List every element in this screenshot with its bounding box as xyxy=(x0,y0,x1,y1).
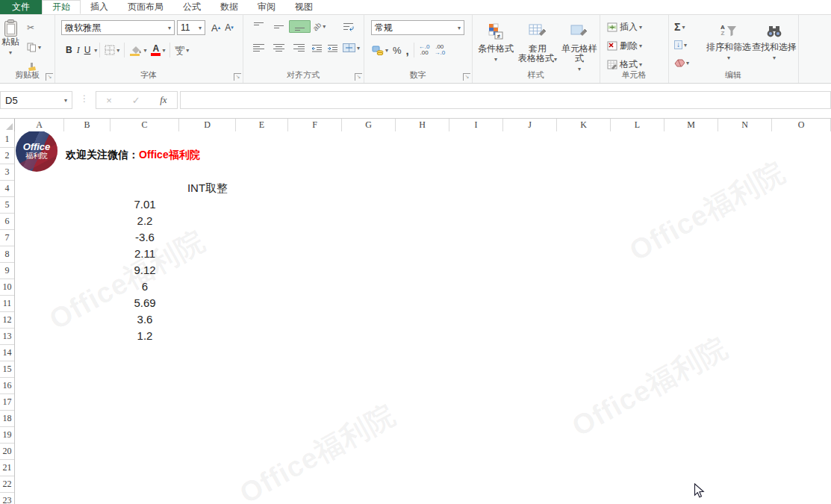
find-select-button[interactable]: 查找和选择 ▾ xyxy=(752,19,797,63)
insert-cells-button[interactable]: 插入 ▾ xyxy=(606,19,644,34)
currency-format-button[interactable]: ▾ xyxy=(370,44,390,56)
tab-审阅[interactable]: 审阅 xyxy=(248,0,285,14)
row-header-2[interactable]: 2 xyxy=(0,148,14,164)
row-header-18[interactable]: 18 xyxy=(0,411,14,427)
row-header-8[interactable]: 8 xyxy=(0,246,14,263)
increase-indent-button[interactable] xyxy=(325,43,340,53)
cell-C10[interactable]: 6 xyxy=(111,279,179,295)
column-header-I[interactable]: I xyxy=(449,119,503,131)
column-header-N[interactable]: N xyxy=(718,119,772,131)
column-header-O[interactable]: O xyxy=(772,119,831,131)
merge-center-button[interactable]: ▾ xyxy=(340,43,362,53)
row-header-14[interactable]: 14 xyxy=(0,345,14,361)
align-left-button[interactable] xyxy=(249,43,269,53)
column-header-F[interactable]: F xyxy=(288,119,342,131)
orientation-button[interactable]: ab ▾ xyxy=(311,22,328,31)
tab-插入[interactable]: 插入 xyxy=(81,0,118,14)
phonetic-button[interactable]: wén 文 ▾ xyxy=(172,44,191,56)
increase-decimal-button[interactable]: ←.0.00 xyxy=(419,44,430,56)
fill-color-button[interactable]: ▾ xyxy=(127,44,149,57)
formula-bar-splitter[interactable]: ⋮ xyxy=(80,93,89,104)
grow-font-button[interactable]: A▴ xyxy=(209,22,222,34)
paste-button[interactable]: 粘贴 ▾ xyxy=(1,19,19,57)
row-header-10[interactable]: 10 xyxy=(0,279,14,296)
column-header-H[interactable]: H xyxy=(396,119,449,131)
sheet-area[interactable]: Office 福利院 欢迎关注微信：Office福利院 INT取整 7.012.… xyxy=(15,131,831,504)
cell-C6[interactable]: 2.2 xyxy=(111,213,179,229)
tab-公式[interactable]: 公式 xyxy=(173,0,211,14)
percent-format-button[interactable]: % xyxy=(390,44,404,57)
tab-开始[interactable]: 开始 xyxy=(42,0,81,14)
align-right-button[interactable] xyxy=(289,43,309,53)
bold-button[interactable]: B xyxy=(63,44,75,56)
enter-icon[interactable]: ✓ xyxy=(132,95,140,106)
column-header-J[interactable]: J xyxy=(503,119,557,131)
row-header-4[interactable]: 4 xyxy=(0,181,14,197)
wrap-text-button[interactable] xyxy=(340,21,356,32)
column-header-C[interactable]: C xyxy=(111,119,179,131)
decrease-decimal-button[interactable]: .00→.0 xyxy=(434,44,445,56)
name-box[interactable]: D5 ▾ xyxy=(0,91,72,109)
formula-input[interactable] xyxy=(180,91,831,109)
insert-function-icon[interactable]: fx xyxy=(160,94,166,106)
align-middle-button[interactable] xyxy=(269,21,289,32)
borders-button[interactable]: ▾ xyxy=(102,44,122,56)
cell-C7[interactable]: -3.6 xyxy=(111,229,179,246)
tab-file[interactable]: 文件 xyxy=(0,0,42,14)
comma-format-button[interactable]: , xyxy=(404,43,411,57)
conditional-formatting-button[interactable]: ≠ 条件格式 ▾ xyxy=(476,19,515,64)
cell-C13[interactable]: 1.2 xyxy=(111,328,179,344)
number-format-select[interactable]: 常规 ▾ xyxy=(371,20,464,35)
tab-页面布局[interactable]: 页面布局 xyxy=(118,0,173,14)
column-header-G[interactable]: G xyxy=(342,119,396,131)
cell-C8[interactable]: 2.11 xyxy=(111,246,179,262)
cell-D4[interactable]: INT取整 xyxy=(179,180,236,196)
column-header-B[interactable]: B xyxy=(64,119,111,131)
row-header-3[interactable]: 3 xyxy=(0,164,14,181)
row-header-13[interactable]: 13 xyxy=(0,329,14,345)
column-header-E[interactable]: E xyxy=(236,119,288,131)
row-header-7[interactable]: 7 xyxy=(0,230,14,246)
font-size-select[interactable]: 11 ▾ xyxy=(177,20,205,35)
cell-C12[interactable]: 3.6 xyxy=(111,311,179,328)
copy-button[interactable]: ▾ xyxy=(25,40,43,55)
delete-cells-button[interactable]: 删除 ▾ xyxy=(606,38,644,53)
row-header-12[interactable]: 12 xyxy=(0,312,14,329)
row-header-9[interactable]: 9 xyxy=(0,263,14,279)
number-dialog-launcher[interactable]: ↘ xyxy=(463,73,470,81)
row-header-6[interactable]: 6 xyxy=(0,214,14,230)
fill-button[interactable]: ↓ ▾ xyxy=(673,37,691,52)
row-header-21[interactable]: 21 xyxy=(0,460,14,476)
font-name-select[interactable]: 微软雅黑 ▾ xyxy=(61,20,175,35)
row-header-11[interactable]: 11 xyxy=(0,296,14,312)
row-header-5[interactable]: 5 xyxy=(0,197,14,214)
decrease-indent-button[interactable] xyxy=(309,43,325,53)
align-center-button[interactable] xyxy=(269,43,289,53)
sort-filter-button[interactable]: AZ 排序和筛选 ▾ xyxy=(704,19,753,63)
cell-C11[interactable]: 5.69 xyxy=(111,295,179,311)
font-dialog-launcher[interactable]: ↘ xyxy=(234,73,241,81)
cell-C9[interactable]: 9.12 xyxy=(111,262,179,279)
column-header-D[interactable]: D xyxy=(179,119,236,131)
underline-button[interactable]: U xyxy=(82,44,93,56)
row-header-20[interactable]: 20 xyxy=(0,444,14,460)
font-color-button[interactable]: A ▾ xyxy=(149,44,167,57)
select-all-corner[interactable] xyxy=(0,119,15,131)
italic-button[interactable]: I xyxy=(75,44,82,57)
cell-styles-button[interactable]: 单元格样式 ▾ xyxy=(560,19,599,74)
tab-数据[interactable]: 数据 xyxy=(211,0,248,14)
column-header-K[interactable]: K xyxy=(557,119,611,131)
row-header-15[interactable]: 15 xyxy=(0,361,14,378)
format-as-table-button[interactable]: 套用 表格格式▾ xyxy=(517,19,558,64)
cancel-icon[interactable]: × xyxy=(106,95,112,106)
row-header-22[interactable]: 22 xyxy=(0,476,14,493)
shrink-font-button[interactable]: A▾ xyxy=(222,22,236,34)
row-header-23[interactable]: 23 xyxy=(0,493,14,504)
column-header-L[interactable]: L xyxy=(611,119,665,131)
align-top-button[interactable] xyxy=(249,21,269,32)
autosum-button[interactable]: Σ ▾ xyxy=(673,19,691,34)
row-header-19[interactable]: 19 xyxy=(0,427,14,444)
column-header-A[interactable]: A xyxy=(15,119,64,131)
row-header-1[interactable]: 1 xyxy=(0,131,14,148)
row-header-17[interactable]: 17 xyxy=(0,394,14,411)
